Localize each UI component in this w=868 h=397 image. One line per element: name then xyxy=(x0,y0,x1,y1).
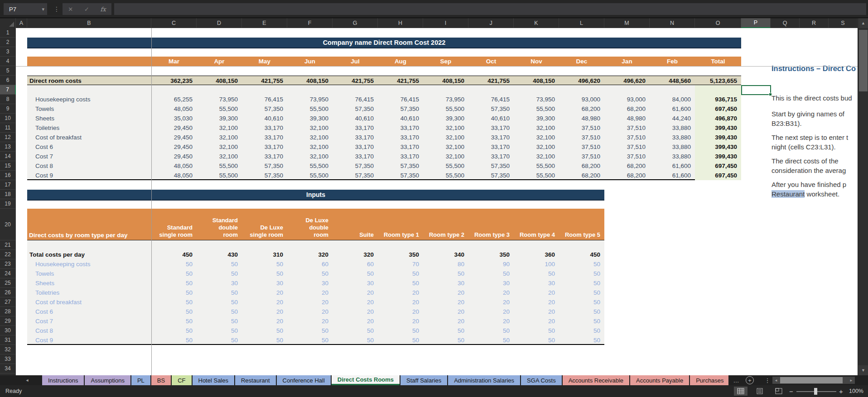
row-header-13[interactable]: 13 xyxy=(0,142,16,152)
cell[interactable]: 20 xyxy=(287,297,333,307)
cell[interactable]: 32,100 xyxy=(423,142,468,152)
cell[interactable]: 55,500 xyxy=(423,171,468,180)
total-column-header[interactable]: Total xyxy=(695,57,741,66)
cell[interactable]: 50 xyxy=(514,269,559,278)
room-type-header[interactable]: Standard double room xyxy=(197,217,242,239)
tab-scroll-left-icon[interactable]: ◄ xyxy=(22,375,33,385)
cell[interactable]: 93,000 xyxy=(604,95,650,104)
row-header-12[interactable]: 12 xyxy=(0,133,16,142)
cell[interactable]: 50 xyxy=(559,335,604,345)
cell[interactable]: 50 xyxy=(468,335,514,345)
cell[interactable]: 33,170 xyxy=(333,123,378,133)
column-header-A[interactable]: A xyxy=(16,18,27,28)
column-header-Q[interactable]: Q xyxy=(771,18,800,28)
cell[interactable]: 30 xyxy=(242,278,287,288)
row-label[interactable]: Sheets xyxy=(27,114,151,123)
cell[interactable]: 20 xyxy=(378,297,423,307)
tab-menu-icon[interactable]: ⋮ xyxy=(763,375,772,385)
horizontal-scrollbar-thumb[interactable] xyxy=(780,377,843,383)
cell[interactable]: 32,100 xyxy=(423,133,468,142)
inputs-row-label[interactable]: Toiletries xyxy=(27,288,151,297)
cell[interactable]: 33,170 xyxy=(242,142,287,152)
month-header-nov[interactable]: Nov xyxy=(514,57,559,66)
cell[interactable]: 50 xyxy=(468,269,514,278)
row-total-cell[interactable]: 399,430 xyxy=(695,123,741,133)
cell[interactable]: 50 xyxy=(242,259,287,269)
room-type-header[interactable]: Suite xyxy=(333,231,378,239)
column-header-L[interactable]: L xyxy=(559,18,604,28)
cell[interactable]: 50 xyxy=(378,269,423,278)
cell[interactable]: 50 xyxy=(378,335,423,345)
cell[interactable]: 50 xyxy=(197,326,242,335)
cell[interactable]: 37,510 xyxy=(604,152,650,161)
cell[interactable]: 60 xyxy=(333,259,378,269)
month-header-mar[interactable]: Mar xyxy=(151,57,197,66)
row-header-6[interactable]: 6 xyxy=(0,76,16,85)
row-total-cell[interactable]: 496,870 xyxy=(695,114,741,123)
cell[interactable]: 68,200 xyxy=(604,171,650,180)
zoom-in-icon[interactable]: + xyxy=(839,385,843,397)
cell[interactable]: 68,200 xyxy=(604,161,650,171)
vertical-scrollbar[interactable]: ▲ ▼ xyxy=(858,18,868,375)
cell[interactable]: 20 xyxy=(242,288,287,297)
row-label[interactable]: Toiletries xyxy=(27,123,151,133)
cell[interactable]: 310 xyxy=(242,250,287,259)
inputs-row-label[interactable]: Housekeeping costs xyxy=(27,259,151,269)
cell[interactable]: 37,510 xyxy=(559,142,604,152)
cell[interactable]: 20 xyxy=(514,288,559,297)
cell[interactable]: 50 xyxy=(559,259,604,269)
cell[interactable]: 70 xyxy=(378,259,423,269)
cell[interactable]: 408,150 xyxy=(423,76,468,86)
cell[interactable]: 33,880 xyxy=(650,152,695,161)
scroll-up-icon[interactable]: ▲ xyxy=(858,18,868,28)
cell[interactable]: 68,200 xyxy=(559,171,604,180)
sheet-tab-conference-hall[interactable]: Conference Hall xyxy=(277,375,331,385)
sheet-tab-purchases[interactable]: Purchases xyxy=(690,375,728,385)
cell[interactable]: 90 xyxy=(468,259,514,269)
cell[interactable]: 48,050 xyxy=(151,171,197,180)
cell[interactable]: 76,415 xyxy=(378,95,423,104)
cell[interactable]: 32,100 xyxy=(514,133,559,142)
cell[interactable]: 50 xyxy=(151,297,197,307)
cell[interactable]: 39,300 xyxy=(287,114,333,123)
row-total-cell[interactable]: 697,450 xyxy=(695,161,741,171)
cell[interactable]: 40,610 xyxy=(242,114,287,123)
month-header-feb[interactable]: Feb xyxy=(650,57,695,66)
cell[interactable]: 360 xyxy=(514,250,559,259)
cell[interactable]: 33,170 xyxy=(333,142,378,152)
cell[interactable]: 32,100 xyxy=(287,123,333,133)
row-header-31[interactable]: 31 xyxy=(0,335,16,345)
row-header-1[interactable]: 1 xyxy=(0,28,16,38)
cell[interactable]: 61,600 xyxy=(650,161,695,171)
column-header-G[interactable]: G xyxy=(333,18,378,28)
cell[interactable]: 20 xyxy=(378,288,423,297)
cell[interactable]: 55,500 xyxy=(197,161,242,171)
sheet-tab-direct-costs-rooms[interactable]: Direct Costs Rooms xyxy=(332,375,400,385)
column-header-I[interactable]: I xyxy=(423,18,468,28)
cell[interactable]: 32,100 xyxy=(514,142,559,152)
cell[interactable]: 61,600 xyxy=(650,171,695,180)
row-header-16[interactable]: 16 xyxy=(0,171,16,180)
cell[interactable]: 50 xyxy=(197,259,242,269)
cell[interactable]: 29,450 xyxy=(151,133,197,142)
normal-view-icon[interactable] xyxy=(734,387,747,396)
inputs-row-label[interactable]: Towels xyxy=(27,269,151,278)
column-header-J[interactable]: J xyxy=(468,18,514,28)
cell[interactable]: 32,100 xyxy=(514,152,559,161)
month-header-oct[interactable]: Oct xyxy=(468,57,514,66)
month-header-may[interactable]: May xyxy=(242,57,287,66)
cell[interactable]: 100 xyxy=(514,259,559,269)
cell[interactable]: 20 xyxy=(468,307,514,316)
zoom-level-label[interactable]: 100% xyxy=(849,385,863,397)
cell[interactable]: 50 xyxy=(514,335,559,345)
sheet-tab-accounts-receivable[interactable]: Accounts Receivable xyxy=(563,375,629,385)
row-header-25[interactable]: 25 xyxy=(0,278,16,288)
cell[interactable]: 33,170 xyxy=(242,152,287,161)
sheet-tab-administration-salaries[interactable]: Administration Salaries xyxy=(448,375,520,385)
cell[interactable]: 57,350 xyxy=(333,171,378,180)
cell[interactable]: 50 xyxy=(197,316,242,326)
cell[interactable]: 48,980 xyxy=(604,114,650,123)
month-header-dec[interactable]: Dec xyxy=(559,57,604,66)
column-header-N[interactable]: N xyxy=(650,18,695,28)
cell[interactable]: 450 xyxy=(151,250,197,259)
